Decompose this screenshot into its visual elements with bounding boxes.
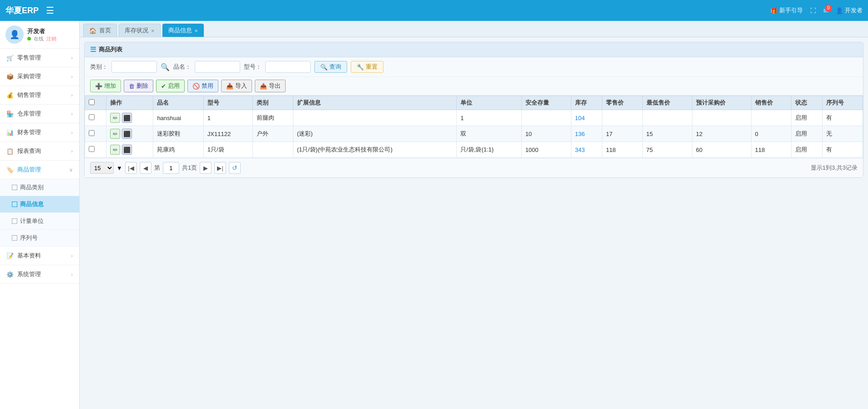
col-unit: 单位 [457, 96, 521, 110]
menu-toggle-icon[interactable]: ☰ [46, 5, 54, 16]
search-button[interactable]: 🔍 查询 [314, 61, 347, 73]
sidebar-item-system[interactable]: ⚙️ 系统管理 › [0, 265, 79, 284]
row-min-price: 75 [642, 142, 692, 158]
filter-bar: 类别： 🔍 品名： 型号： 🔍 查询 🔧 重置 [85, 57, 863, 77]
row-stock[interactable]: 343 [571, 142, 602, 158]
notification-badge: 0 [825, 5, 832, 12]
row-delete-button[interactable]: ⬛ [122, 129, 132, 139]
tabs-bar: 🏠 首页 库存状况 × 商品信息 × [80, 21, 868, 37]
row-checkbox[interactable] [85, 142, 106, 158]
row-sale-price: 118 [751, 142, 792, 158]
row-retail-price: 17 [602, 126, 642, 142]
row-model: JX11122 [203, 126, 252, 142]
row-name: hanshuai [153, 110, 203, 126]
status-dot [27, 37, 31, 40]
row-actions: ✏ ⬛ [106, 142, 153, 158]
page-size-unit: ▼ [116, 165, 122, 172]
disable-button[interactable]: 🚫 禁用 [187, 80, 218, 92]
main-layout: 👤 开发者 在线 注销 🛒 零售管理 › 📦 采购管理 › 💰 销售管理 › [0, 21, 868, 409]
sidebar-item-retail[interactable]: 🛒 零售管理 › [0, 49, 79, 67]
row-safe-stock [521, 110, 571, 126]
search-btn-icon: 🔍 [320, 64, 328, 71]
guide-action[interactable]: 🎁 新手引导 [770, 6, 803, 15]
sidebar-item-product-category[interactable]: 商品类别 [0, 179, 79, 196]
row-delete-button[interactable]: ⬛ [122, 145, 132, 155]
reset-button[interactable]: 🔧 重置 [351, 61, 384, 73]
close-icon[interactable]: × [151, 27, 155, 34]
row-stock[interactable]: 136 [571, 126, 602, 142]
sidebar-item-unit[interactable]: 计量单位 [0, 213, 79, 230]
model-label: 型号： [244, 63, 262, 71]
page-number-input[interactable] [163, 162, 179, 174]
logout-button[interactable]: 注销 [46, 35, 56, 42]
row-checkbox[interactable] [85, 126, 106, 142]
delete-button[interactable]: 🗑 删除 [124, 80, 153, 92]
add-button[interactable]: ➕ 增加 [90, 80, 121, 92]
sidebar-item-product-info[interactable]: 商品信息 [0, 196, 79, 213]
user-action[interactable]: 👤 开发者 [836, 6, 863, 15]
page-title: 商品列表 [99, 45, 122, 54]
row-purchase-price: 12 [692, 126, 751, 142]
edit-button[interactable]: ✏ [110, 113, 120, 123]
col-serial: 序列号 [823, 96, 863, 110]
tab-home[interactable]: 🏠 首页 [83, 24, 117, 37]
panel-header: ☰ 商品列表 [85, 42, 863, 57]
row-serial: 有 [823, 142, 863, 158]
chevron-right-icon: › [71, 55, 73, 61]
reset-btn-icon: 🔧 [357, 64, 364, 71]
product-list-panel: ☰ 商品列表 类别： 🔍 品名： 型号： 🔍 查询 [84, 42, 863, 178]
user-status: 在线 注销 [27, 35, 56, 42]
sidebar-item-product[interactable]: 🏷️ 商品管理 ∨ [0, 161, 79, 179]
sidebar-item-basic[interactable]: 📝 基本资料 › [0, 247, 79, 265]
check-icon: ✔ [161, 83, 166, 90]
page-label: 第 [154, 164, 160, 172]
next-page-button[interactable]: ▶ [200, 162, 212, 174]
col-action: 操作 [106, 96, 153, 110]
first-page-button[interactable]: |◀ [125, 162, 137, 174]
page-size-select[interactable]: 15 30 50 100 [90, 162, 114, 174]
col-purchase-price: 预计采购价 [692, 96, 751, 110]
sidebar-item-serial[interactable]: 序列号 [0, 230, 79, 247]
row-actions: ✏ ⬛ [106, 126, 153, 142]
refresh-button[interactable]: ↺ [229, 162, 241, 174]
sidebar-item-finance[interactable]: 📊 财务管理 › [0, 123, 79, 142]
basic-icon: 📝 [6, 252, 14, 259]
sidebar-item-report[interactable]: 📋 报表查询 › [0, 142, 79, 161]
model-input[interactable] [265, 61, 311, 73]
purchase-icon: 📦 [6, 73, 14, 80]
row-model: 1只/袋 [203, 142, 252, 158]
tab-product-info[interactable]: 商品信息 × [162, 24, 204, 37]
home-icon: 🏠 [89, 27, 96, 34]
product-name-input[interactable] [195, 61, 240, 73]
enable-button[interactable]: ✔ 启用 [156, 80, 185, 92]
warehouse-icon: 🏪 [6, 111, 14, 117]
import-button[interactable]: 📥 导入 [221, 80, 252, 92]
edit-button[interactable]: ✏ [110, 129, 120, 139]
chevron-right-icon: › [71, 74, 73, 79]
row-name: 迷彩胶鞋 [153, 126, 203, 142]
sidebar-item-warehouse[interactable]: 🏪 仓库管理 › [0, 105, 79, 123]
row-safe-stock: 10 [521, 126, 571, 142]
avatar: 👤 [836, 7, 843, 14]
total-pages: 共1页 [182, 164, 197, 172]
sidebar-item-purchase[interactable]: 📦 采购管理 › [0, 67, 79, 86]
row-checkbox[interactable] [85, 110, 106, 126]
last-page-button[interactable]: ▶| [214, 162, 226, 174]
col-checkbox[interactable] [85, 96, 106, 110]
notification-action[interactable]: ✉ 0 [823, 7, 828, 14]
edit-button[interactable]: ✏ [110, 145, 120, 155]
prev-page-button[interactable]: ◀ [140, 162, 151, 174]
row-ext [293, 110, 457, 126]
row-ext: (迷彩) [293, 126, 457, 142]
report-icon: 📋 [6, 148, 14, 155]
row-delete-button[interactable]: ⬛ [122, 113, 132, 123]
row-stock[interactable]: 104 [571, 110, 602, 126]
close-icon[interactable]: × [195, 27, 198, 34]
tab-inventory[interactable]: 库存状况 × [119, 24, 161, 37]
fullscreen-action[interactable]: ⛶ [810, 7, 816, 14]
select-all-checkbox[interactable] [89, 99, 95, 105]
list-icon: ☰ [90, 45, 96, 54]
sidebar-item-sales[interactable]: 💰 销售管理 › [0, 86, 79, 105]
export-button[interactable]: 📤 导出 [255, 80, 286, 92]
category-input[interactable] [111, 61, 157, 73]
